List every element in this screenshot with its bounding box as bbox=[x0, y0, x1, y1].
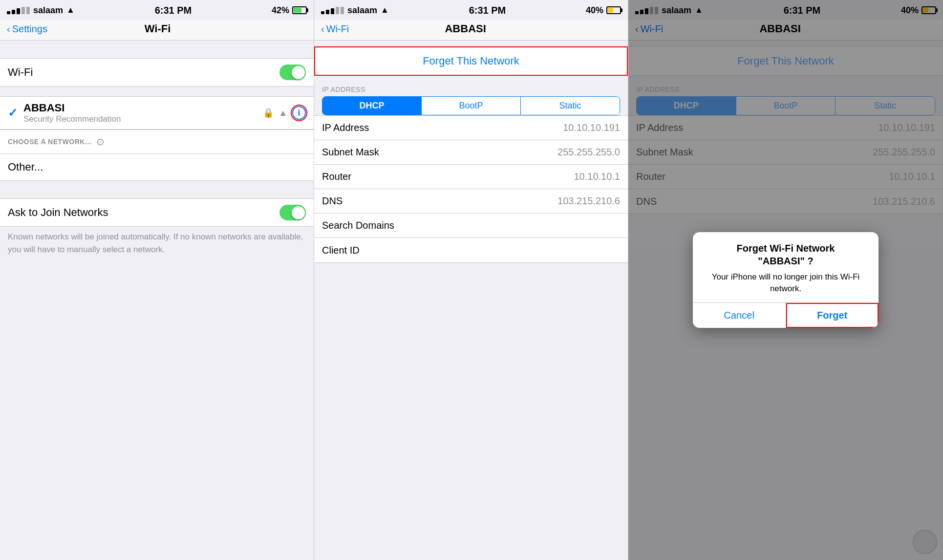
dialog-network-name: "ABBASI" ? bbox=[758, 256, 813, 266]
client-row: Client ID bbox=[314, 238, 628, 262]
choose-network-row: CHOOSE A NETWORK... ⊙ bbox=[0, 129, 314, 154]
forget-label[interactable]: Forget This Network bbox=[423, 55, 519, 67]
router-val: 10.10.10.1 bbox=[574, 171, 620, 182]
wifi-status-icon-2: ▲ bbox=[381, 5, 389, 15]
status-left-2: salaam ▲ bbox=[321, 5, 389, 16]
dialog-message: Your iPhone will no longer join this Wi-… bbox=[703, 271, 869, 295]
search-key: Search Domains bbox=[322, 220, 620, 231]
dot1-2 bbox=[321, 11, 324, 14]
back-chevron-1: ‹ bbox=[7, 23, 10, 35]
info-button[interactable]: i bbox=[292, 106, 306, 120]
toggle-thumb-wifi bbox=[292, 66, 305, 79]
dot1 bbox=[7, 11, 10, 14]
loading-spinner: ⊙ bbox=[96, 136, 105, 148]
back-button-1[interactable]: ‹ Settings bbox=[7, 23, 47, 35]
battery-2 bbox=[606, 6, 621, 14]
battery-box-1 bbox=[292, 6, 307, 14]
toggle-thumb-ask bbox=[292, 206, 305, 219]
ask-section: Ask to Join Networks Known networks will… bbox=[0, 198, 314, 256]
dot3-2 bbox=[331, 8, 334, 14]
subnet-val: 255.255.255.0 bbox=[557, 147, 620, 158]
dns-val: 103.215.210.6 bbox=[557, 195, 620, 207]
content-1: Wi-Fi ✓ ABBASI Security Recommendation 🔒… bbox=[0, 41, 314, 560]
dot2-2 bbox=[326, 10, 329, 14]
ask-toggle[interactable] bbox=[279, 205, 306, 220]
checkmark-icon: ✓ bbox=[8, 106, 18, 120]
carrier-2: salaam bbox=[347, 5, 377, 16]
status-right-2: 40% bbox=[586, 5, 621, 16]
status-left-1: salaam ▲ bbox=[7, 5, 75, 16]
back-label-2[interactable]: Wi-Fi bbox=[326, 23, 349, 35]
dot5 bbox=[26, 7, 30, 14]
network-sub: Security Recommendation bbox=[23, 114, 263, 124]
dot2 bbox=[12, 10, 15, 14]
network-name: ABBASI bbox=[23, 102, 263, 114]
abbasi-network-row[interactable]: ✓ ABBASI Security Recommendation 🔒 ▲ i bbox=[0, 96, 314, 129]
network-icons: 🔒 ▲ i bbox=[263, 106, 306, 120]
ask-label: Ask to Join Networks bbox=[8, 206, 279, 219]
dot4 bbox=[21, 7, 25, 14]
time-1: 6:31 PM bbox=[155, 5, 192, 16]
subnet-key: Subnet Mask bbox=[322, 147, 557, 158]
back-label-1[interactable]: Settings bbox=[12, 23, 47, 35]
panel-wifi-settings: salaam ▲ 6:31 PM 42% ‹ Settings Wi-Fi Wi… bbox=[0, 0, 314, 560]
ask-toggle-row[interactable]: Ask to Join Networks bbox=[0, 198, 314, 227]
nav-bar-2: ‹ Wi-Fi ABBASI bbox=[314, 20, 628, 41]
wifi-label: Wi-Fi bbox=[8, 66, 279, 79]
time-2: 6:31 PM bbox=[469, 5, 506, 16]
forget-network-button[interactable]: Forget This Network bbox=[314, 46, 628, 76]
wifi-toggle[interactable] bbox=[279, 65, 306, 80]
dot4-2 bbox=[336, 7, 339, 14]
ip-section-header: IP ADDRESS bbox=[314, 76, 628, 96]
segment-dhcp[interactable]: DHCP bbox=[322, 97, 421, 115]
status-bar-2: salaam ▲ 6:31 PM 40% bbox=[314, 0, 628, 20]
content-2: Forget This Network IP ADDRESS DHCP Boot… bbox=[314, 41, 628, 560]
nav-title-1: Wi-Fi bbox=[145, 22, 171, 35]
ip-info-section: IP Address 10.10.10.191 Subnet Mask 255.… bbox=[314, 115, 628, 263]
dialog-content: Forget Wi-Fi Network"ABBASI" ? Your iPho… bbox=[693, 232, 879, 302]
search-row: Search Domains bbox=[314, 214, 628, 238]
segment-static[interactable]: Static bbox=[521, 97, 620, 115]
nav-title-2: ABBASI bbox=[445, 22, 486, 35]
lock-icon: 🔒 bbox=[263, 108, 274, 118]
spacer-1 bbox=[0, 41, 314, 58]
router-key: Router bbox=[322, 171, 574, 182]
battery-1 bbox=[292, 6, 307, 14]
ip-address-row: IP Address 10.10.10.191 bbox=[314, 116, 628, 140]
battery-pct-2: 40% bbox=[586, 5, 603, 16]
network-info: ABBASI Security Recommendation bbox=[23, 102, 263, 124]
back-button-2[interactable]: ‹ Wi-Fi bbox=[321, 23, 349, 35]
subnet-row: Subnet Mask 255.255.255.0 bbox=[314, 140, 628, 165]
dot3 bbox=[17, 8, 20, 14]
battery-fill-1 bbox=[294, 8, 301, 13]
wifi-status-icon-1: ▲ bbox=[66, 5, 75, 15]
dot5-2 bbox=[341, 7, 344, 14]
battery-box-2 bbox=[606, 6, 621, 14]
ip-segment-control[interactable]: DHCP BootP Static bbox=[322, 96, 620, 115]
signal-dots-1 bbox=[7, 7, 30, 14]
panel-dialog: salaam ▲ 6:31 PM 40% ‹ Wi-Fi ABBASI Forg… bbox=[628, 0, 943, 560]
client-key: Client ID bbox=[322, 245, 620, 256]
segment-bootp[interactable]: BootP bbox=[422, 97, 520, 115]
ip-address-key: IP Address bbox=[322, 122, 563, 133]
other-network-row[interactable]: Other... bbox=[0, 154, 314, 181]
wifi-toggle-row[interactable]: Wi-Fi bbox=[0, 58, 314, 86]
choose-label: CHOOSE A NETWORK... bbox=[8, 138, 91, 146]
spacer-2 bbox=[0, 86, 314, 96]
dns-row: DNS 103.215.210.6 bbox=[314, 189, 628, 214]
dns-key: DNS bbox=[322, 195, 557, 207]
forget-dialog-box: Forget Wi-Fi Network"ABBASI" ? Your iPho… bbox=[693, 232, 879, 328]
other-label[interactable]: Other... bbox=[8, 161, 43, 173]
forget-confirm-button[interactable]: Forget bbox=[786, 303, 879, 328]
back-chevron-2: ‹ bbox=[321, 23, 324, 35]
nav-bar-1: ‹ Settings Wi-Fi bbox=[0, 20, 314, 41]
status-right-1: 42% bbox=[272, 5, 307, 16]
battery-pct-1: 42% bbox=[272, 5, 289, 16]
dialog-title: Forget Wi-Fi Network"ABBASI" ? bbox=[703, 242, 869, 267]
ip-address-val: 10.10.10.191 bbox=[563, 122, 620, 133]
ask-description: Known networks will be joined automatica… bbox=[0, 227, 314, 256]
carrier-1: salaam bbox=[33, 5, 63, 16]
cancel-button[interactable]: Cancel bbox=[693, 303, 786, 328]
router-row: Router 10.10.10.1 bbox=[314, 165, 628, 189]
panel-abbasi-detail: salaam ▲ 6:31 PM 40% ‹ Wi-Fi ABBASI Forg… bbox=[314, 0, 628, 560]
